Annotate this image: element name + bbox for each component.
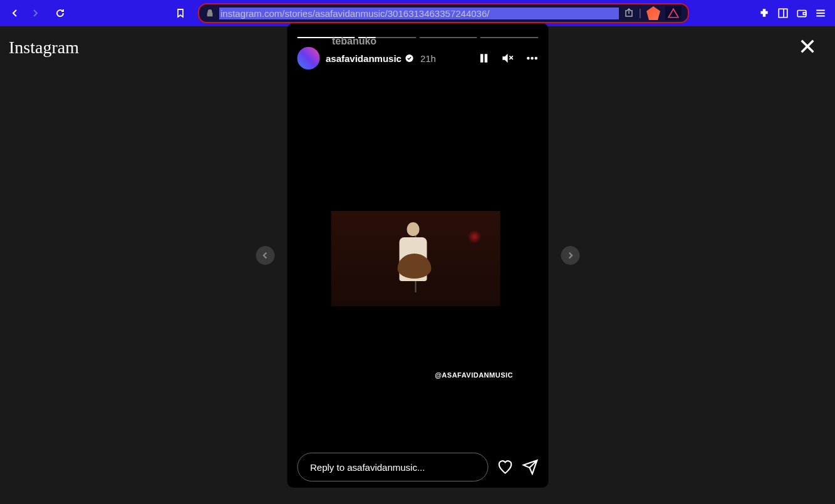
reshare-username: tebanuko — [332, 36, 376, 47]
svg-rect-10 — [480, 54, 483, 63]
story-footer — [297, 453, 538, 481]
lock-icon — [205, 9, 214, 18]
extensions-icon[interactable] — [759, 8, 770, 19]
progress-segment — [480, 37, 539, 38]
browser-toolbar: instagram.com/stories/asafavidanmusic/30… — [0, 0, 835, 26]
pause-icon[interactable] — [478, 53, 489, 64]
prev-story-button[interactable] — [256, 246, 274, 265]
like-icon[interactable] — [497, 459, 513, 475]
svg-rect-0 — [779, 9, 787, 18]
svg-point-16 — [534, 57, 537, 60]
browser-right-controls — [759, 8, 830, 19]
menu-icon[interactable] — [815, 8, 826, 19]
wallet-icon[interactable] — [796, 8, 807, 19]
share-icon[interactable] — [522, 459, 538, 475]
svg-point-15 — [531, 57, 534, 60]
story-viewer: tebanuko asafavidanmusic 21h — [256, 23, 579, 488]
warning-icon[interactable] — [665, 6, 682, 20]
more-icon[interactable] — [526, 52, 538, 64]
svg-point-14 — [527, 57, 530, 60]
story-media[interactable] — [331, 211, 500, 306]
next-story-button[interactable] — [561, 246, 579, 265]
verified-icon — [405, 54, 414, 63]
nav-controls — [5, 8, 70, 18]
close-button[interactable] — [799, 38, 816, 55]
svg-rect-2 — [797, 11, 806, 17]
page-content: Instagram tebanuko asafavidanmusic — [0, 26, 835, 504]
mute-icon[interactable] — [500, 51, 514, 65]
svg-rect-11 — [484, 54, 487, 63]
svg-rect-3 — [803, 13, 806, 14]
avatar[interactable] — [297, 47, 319, 69]
username: asafavidanmusic — [326, 53, 402, 64]
sidepanel-icon[interactable] — [777, 8, 789, 19]
user-info[interactable]: asafavidanmusic 21h — [326, 53, 472, 64]
forward-button[interactable] — [30, 8, 40, 18]
reply-input[interactable] — [297, 453, 488, 481]
url-bar[interactable]: instagram.com/stories/asafavidanmusic/30… — [198, 3, 689, 23]
instagram-logo[interactable]: Instagram — [9, 38, 79, 58]
brave-shields-icon[interactable] — [646, 6, 660, 20]
progress-segment — [419, 37, 477, 38]
bookmark-button[interactable] — [175, 8, 185, 18]
reload-button[interactable] — [55, 8, 65, 18]
url-container: instagram.com/stories/asafavidanmusic/30… — [175, 3, 689, 23]
back-button[interactable] — [10, 8, 20, 18]
story-timestamp: 21h — [420, 53, 436, 64]
story-watermark: @asafavidanmusic — [435, 371, 513, 379]
story-header: tebanuko asafavidanmusic 21h — [297, 47, 538, 69]
url-text: instagram.com/stories/asafavidanmusic/30… — [219, 8, 619, 19]
share-icon[interactable] — [624, 8, 634, 18]
story-card: tebanuko asafavidanmusic 21h — [287, 23, 548, 488]
story-controls — [478, 51, 538, 65]
